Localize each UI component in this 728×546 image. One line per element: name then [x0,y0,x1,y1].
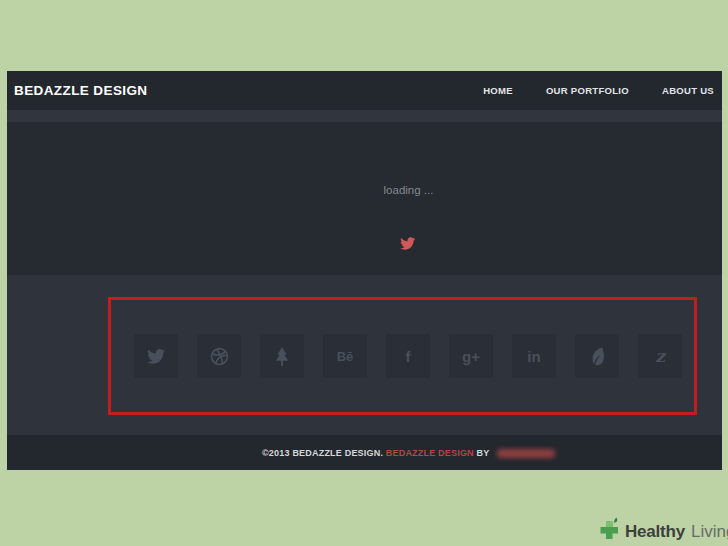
social-icons-section: Bē f g+ in z [7,275,722,435]
dribbble-icon [210,347,229,366]
nav-item-our-portfolio[interactable]: OUR PORTFOLIO [546,85,629,96]
healthy-living-plus-icon [596,517,622,546]
social-icon-twitter[interactable] [134,334,178,378]
linkedin-icon: in [527,348,540,365]
navbar: BEDAZZLE DESIGN HOME OUR PORTFOLIO ABOUT… [7,71,722,110]
social-icon-linkedin[interactable]: in [512,334,556,378]
social-icon-zerply[interactable]: z [638,334,682,378]
copyright-text: ©2013 BEDAZZLE DESIGN. [262,448,383,458]
social-icon-google-plus[interactable]: g+ [449,334,493,378]
social-icon-envato[interactable] [575,334,619,378]
social-icon-dribbble[interactable] [197,334,241,378]
credit-brand[interactable]: BEDAZZLE DESIGN [386,448,474,458]
twitter-icon [147,349,165,364]
facebook-icon: f [406,348,411,365]
social-icon-facebook[interactable]: f [386,334,430,378]
main-nav: HOME OUR PORTFOLIO ABOUT US [483,85,714,96]
nav-item-about-us[interactable]: ABOUT US [662,85,714,96]
google-plus-icon: g+ [462,348,480,365]
twitter-feed-icon[interactable] [400,237,416,251]
credit-redacted-blur [497,449,555,458]
nav-item-home[interactable]: HOME [483,85,513,96]
social-icon-behance[interactable]: Bē [323,334,367,378]
footer-copyright-line: ©2013 BEDAZZLE DESIGN. BEDAZZLE DESIGN B… [51,448,728,458]
credit-by-text: BY [477,448,490,458]
behance-icon: Bē [337,349,354,364]
footer: ©2013 BEDAZZLE DESIGN. BEDAZZLE DESIGN B… [7,435,722,470]
zerply-icon: z [655,346,665,366]
healthy-living-watermark: Healthy Living [596,518,728,545]
forrst-tree-icon [274,347,290,366]
watermark-bold-text: Healthy [625,522,685,542]
subnav-strip [7,110,722,122]
site-logo[interactable]: BEDAZZLE DESIGN [14,83,148,98]
loading-section: loading ... [7,122,722,275]
watermark-light-text: Living [691,522,728,542]
website-screenshot: BEDAZZLE DESIGN HOME OUR PORTFOLIO ABOUT… [7,71,722,470]
envato-leaf-icon [589,347,606,366]
social-icon-forrst[interactable] [260,334,304,378]
loading-text: loading ... [51,184,728,196]
social-icons-row: Bē f g+ in z [134,334,682,378]
